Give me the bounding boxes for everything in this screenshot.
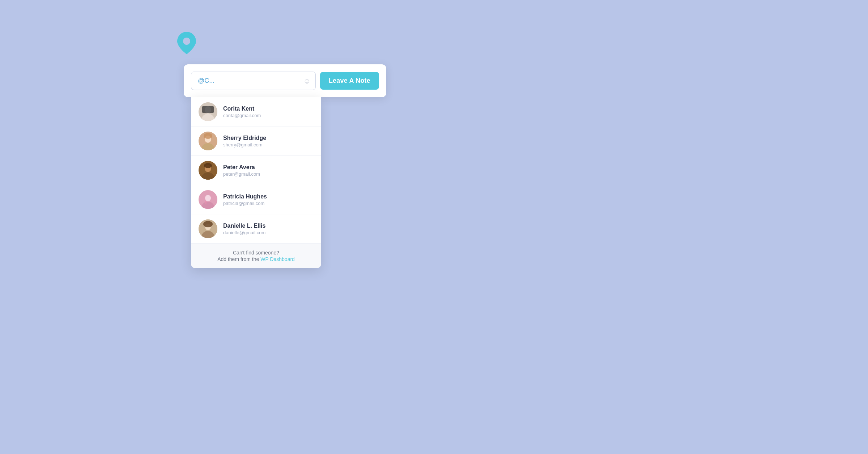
svg-rect-15 [205,201,207,204]
contact-info-patricia: Patricia Hughes patricia@gmail.com [223,193,267,206]
cant-find-text: Can't find someone? [199,250,314,256]
contact-email-patricia: patricia@gmail.com [223,201,267,206]
svg-point-19 [203,221,213,227]
contacts-dropdown: Corita Kent corita@gmail.com Sherry Eldr… [191,97,321,268]
contact-item-peter[interactable]: Peter Avera peter@gmail.com [191,156,321,185]
contact-item-corita[interactable]: Corita Kent corita@gmail.com [191,97,321,127]
avatar-corita [199,102,217,121]
add-text: Add them from the [217,256,259,262]
contact-item-patricia[interactable]: Patricia Hughes patricia@gmail.com [191,185,321,214]
contact-item-danielle[interactable]: Danielle L. Ellis danielle@gmail.com [191,214,321,244]
contact-name-danielle: Danielle L. Ellis [223,223,265,229]
svg-point-11 [204,163,212,168]
leave-note-button[interactable]: Leave A Note [320,72,379,90]
contact-info-danielle: Danielle L. Ellis danielle@gmail.com [223,223,265,235]
contact-item-sherry[interactable]: Sherry Eldridge sherry@gmail.com [191,127,321,156]
avatar-peter [199,161,217,180]
contact-info-sherry: Sherry Eldridge sherry@gmail.com [223,135,266,147]
avatar-danielle [199,219,217,238]
contact-email-sherry: sherry@gmail.com [223,142,266,147]
contact-name-sherry: Sherry Eldridge [223,135,266,141]
card-wrapper: ☺ Leave A Note Corita Kent corita@gmail.… [184,64,386,268]
svg-point-7 [204,133,212,139]
contact-name-corita: Corita Kent [223,106,261,112]
contact-name-patricia: Patricia Hughes [223,193,267,200]
map-pin-icon [177,32,196,54]
text-input-wrapper: ☺ [191,72,316,90]
mention-input[interactable] [191,72,316,90]
contact-info-peter: Peter Avera peter@gmail.com [223,164,260,177]
cant-find-sub: Add them from the WP Dashboard [199,256,314,262]
cant-find-footer: Can't find someone? Add them from the WP… [191,244,321,268]
contact-email-corita: corita@gmail.com [223,113,261,118]
avatar-patricia [199,190,217,209]
contact-name-peter: Peter Avera [223,164,260,171]
contact-email-danielle: danielle@gmail.com [223,230,265,235]
svg-rect-3 [202,106,214,113]
avatar-sherry [199,132,217,150]
svg-point-13 [205,195,211,201]
contact-email-peter: peter@gmail.com [223,171,260,177]
wp-dashboard-link[interactable]: WP Dashboard [260,256,295,262]
input-card: ☺ Leave A Note [184,64,386,97]
contact-info-corita: Corita Kent corita@gmail.com [223,106,261,118]
